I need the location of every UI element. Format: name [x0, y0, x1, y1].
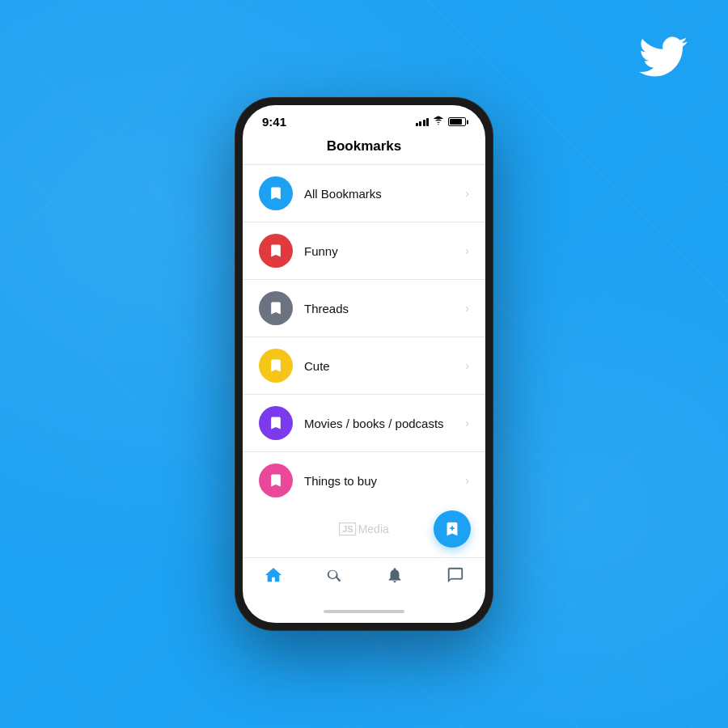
bottom-nav	[243, 557, 485, 600]
bookmark-icon-threads	[259, 291, 293, 325]
add-bookmark-fab[interactable]	[434, 510, 471, 548]
watermark-text: Media	[358, 523, 389, 535]
signal-icon	[416, 118, 430, 126]
bookmark-label-movies: Movies / books / podcasts	[304, 417, 465, 430]
bookmark-icon-cute	[259, 349, 293, 383]
home-indicator-bar	[324, 610, 404, 613]
bookmarks-list: All Bookmarks › Funny › Threads ›	[243, 165, 485, 501]
nav-home[interactable]	[243, 566, 303, 584]
chevron-icon-threads: ›	[465, 302, 469, 315]
chevron-icon-cute: ›	[465, 359, 469, 372]
bookmark-item-things[interactable]: Things to buy ›	[243, 452, 485, 501]
nav-notifications[interactable]	[364, 566, 425, 584]
battery-icon	[448, 117, 466, 126]
status-icons	[416, 115, 467, 129]
nav-messages[interactable]	[425, 566, 485, 584]
bookmark-icon-things	[259, 463, 293, 497]
chevron-icon-movies: ›	[465, 417, 469, 430]
bookmark-icon-funny	[259, 234, 293, 268]
chevron-icon-things: ›	[465, 474, 469, 487]
bookmark-label-things: Things to buy	[304, 474, 465, 488]
page-header: Bookmarks	[243, 132, 485, 165]
bookmark-item-threads[interactable]: Threads ›	[243, 280, 485, 337]
bookmark-label-funny: Funny	[304, 244, 465, 258]
bookmark-item-cute[interactable]: Cute ›	[243, 337, 485, 395]
bookmark-item-all[interactable]: All Bookmarks ›	[243, 165, 485, 222]
bookmark-label-cute: Cute	[304, 359, 465, 373]
status-bar: 9:41	[243, 105, 485, 132]
wifi-icon	[433, 115, 444, 129]
home-indicator	[243, 600, 485, 623]
chevron-icon-funny: ›	[465, 244, 469, 257]
watermark: JS Media	[339, 523, 389, 535]
phone-screen: 9:41 Bookmarks	[243, 105, 485, 623]
bookmark-label-all: All Bookmarks	[304, 187, 465, 201]
phone-frame: 9:41 Bookmarks	[235, 97, 493, 631]
bookmark-item-movies[interactable]: Movies / books / podcasts ›	[243, 395, 485, 452]
bookmark-label-threads: Threads	[304, 302, 465, 315]
twitter-logo	[639, 32, 688, 81]
bookmark-icon-movies	[259, 406, 293, 440]
nav-search[interactable]	[303, 566, 364, 584]
page-title: Bookmarks	[327, 138, 402, 154]
bookmark-item-funny[interactable]: Funny ›	[243, 222, 485, 280]
status-time: 9:41	[262, 115, 286, 129]
fab-area: JS Media	[243, 501, 485, 557]
bookmark-icon-all	[259, 176, 293, 210]
chevron-icon-all: ›	[465, 187, 469, 200]
watermark-js: JS	[339, 523, 356, 535]
